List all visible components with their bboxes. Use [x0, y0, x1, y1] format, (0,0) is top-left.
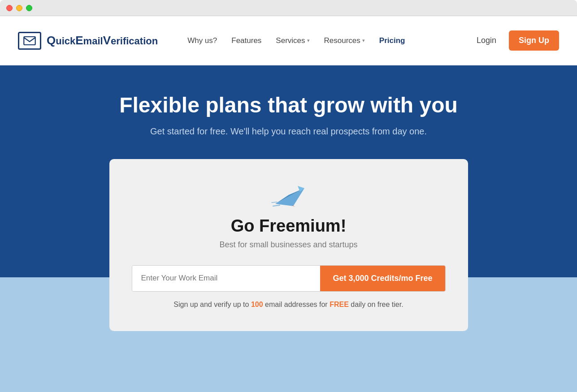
traffic-lights — [6, 5, 32, 11]
login-button[interactable]: Login — [471, 32, 502, 49]
navbar: QuickEmailVerification Why us? Features … — [0, 16, 577, 65]
nav-item-services[interactable]: Services ▾ — [269, 33, 316, 49]
svg-marker-4 — [292, 205, 295, 207]
minimize-button[interactable] — [16, 5, 22, 11]
logo-icon[interactable] — [18, 32, 41, 50]
svg-line-6 — [272, 202, 277, 202]
fine-print: Sign up and verify up to 100 email addre… — [132, 301, 446, 309]
freemium-card: Go Freemium! Best for small businesses a… — [109, 159, 468, 331]
email-input[interactable] — [132, 266, 321, 291]
navbar-left: QuickEmailVerification Why us? Features … — [18, 32, 411, 50]
navbar-nav: Why us? Features Services ▾ Resources ▾ … — [181, 33, 411, 49]
fullscreen-button[interactable] — [26, 5, 32, 11]
card-subtitle: Best for small businesses and startups — [132, 240, 446, 250]
nav-item-resources[interactable]: Resources ▾ — [318, 33, 371, 49]
envelope-icon — [23, 36, 36, 45]
close-button[interactable] — [6, 5, 13, 11]
logo-text[interactable]: QuickEmailVerification — [47, 34, 158, 47]
services-dropdown-icon: ▾ — [307, 38, 310, 43]
nav-item-why-us[interactable]: Why us? — [181, 33, 223, 49]
nav-item-pricing[interactable]: Pricing — [373, 33, 412, 49]
card-title: Go Freemium! — [132, 216, 446, 236]
hero-title: Flexible plans that grow with you — [18, 92, 559, 118]
svg-rect-0 — [24, 36, 35, 44]
cta-button[interactable]: Get 3,000 Credits/mo Free — [320, 266, 445, 291]
navbar-right: Login Sign Up — [471, 30, 559, 51]
hero-subtitle: Get started for free. We'll help you rea… — [18, 126, 559, 137]
email-form: Get 3,000 Credits/mo Free — [132, 265, 446, 292]
resources-dropdown-icon: ▾ — [362, 38, 365, 43]
nav-item-features[interactable]: Features — [225, 33, 268, 49]
svg-line-5 — [273, 205, 280, 206]
paper-plane-icon — [271, 179, 307, 208]
page-content: Flexible plans that grow with you Get st… — [0, 65, 577, 392]
signup-button[interactable]: Sign Up — [509, 30, 559, 51]
window-chrome — [0, 0, 577, 16]
